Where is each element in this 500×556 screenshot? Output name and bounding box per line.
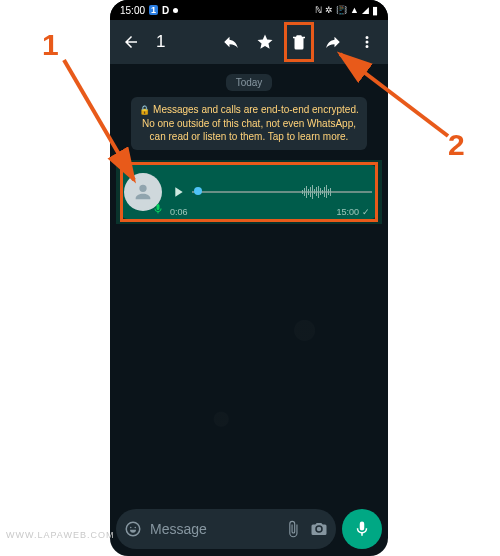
status-time: 15:00 [120,5,145,16]
status-bar: 15:00 1 D ℕ ✲ 📳 ▲ ◢ ▮ [110,0,388,20]
encryption-notice[interactable]: 🔒 Messages and calls are end-to-end encr… [131,97,367,150]
more-vert-icon [358,33,376,51]
chat-area[interactable]: Today 🔒 Messages and calls are end-to-en… [110,64,388,508]
audio-elapsed: 0:06 [170,207,188,217]
message-input[interactable]: Message [116,509,336,549]
annotation-number-1: 1 [42,28,59,62]
person-icon [132,181,154,203]
selection-count: 1 [156,32,212,52]
signal-icon: ◢ [362,5,369,15]
mic-badge-icon [152,201,164,213]
forward-icon [324,33,342,51]
camera-icon[interactable] [310,520,328,538]
forward-button[interactable] [318,22,348,62]
star-button[interactable] [250,22,280,62]
phone-frame: 15:00 1 D ℕ ✲ 📳 ▲ ◢ ▮ 1 [110,0,388,556]
delete-button[interactable] [284,22,314,62]
input-bar: Message [110,508,388,556]
reply-button[interactable] [216,22,246,62]
play-icon [170,184,186,200]
status-dot-icon [173,8,178,13]
battery-icon: ▮ [372,4,378,17]
bluetooth-icon: ✲ [325,5,333,15]
track-thumb[interactable] [194,187,202,195]
play-button[interactable] [168,184,188,200]
arrow-left-icon [122,33,140,51]
message-placeholder: Message [150,521,276,537]
check-icon: ✓ [362,207,370,217]
nfc-icon: ℕ [315,5,322,15]
emoji-icon[interactable] [124,520,142,538]
audio-message-selected[interactable]: 0:06 15:00 ✓ [116,160,382,224]
audio-track[interactable] [192,180,372,204]
more-button[interactable] [352,22,382,62]
lock-icon: 🔒 [139,105,150,115]
date-separator: Today [226,74,273,91]
back-button[interactable] [116,22,146,62]
audio-timestamp: 15:00 [336,207,359,217]
wifi-icon: ▲ [350,5,359,15]
attach-icon[interactable] [284,520,302,538]
waveform-icon [302,184,352,200]
bluetooth-badge: 1 [149,5,158,15]
d-badge: D [162,5,169,16]
reply-icon [222,33,240,51]
star-icon [256,33,274,51]
trash-icon [290,33,308,51]
selection-toolbar: 1 [110,20,388,64]
mic-send-button[interactable] [342,509,382,549]
mic-icon [353,520,371,538]
avatar [124,173,162,211]
annotation-number-2: 2 [448,128,465,162]
audio-bubble[interactable]: 0:06 15:00 ✓ [120,165,378,219]
vibrate-icon: 📳 [336,5,347,15]
watermark: WWW.LAPAWEB.COM [6,530,115,540]
